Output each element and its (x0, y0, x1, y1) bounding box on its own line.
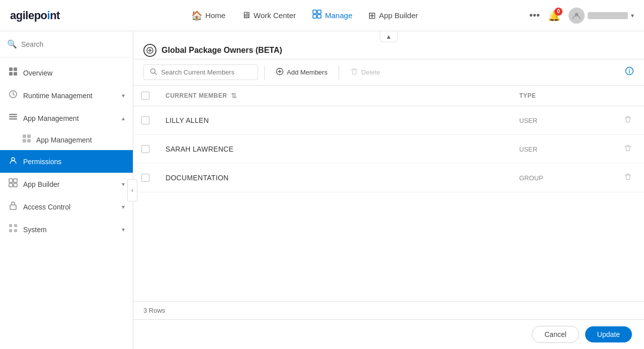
sidebar-item-system-label: System (23, 226, 117, 234)
sort-icon[interactable]: ⇅ (231, 92, 237, 100)
member-name-cell: LILLY ALLEN (157, 106, 511, 135)
runtime-icon (8, 89, 18, 102)
sidebar-nav: Overview Runtime Management ▾ (0, 57, 133, 245)
delete-row-button[interactable] (620, 171, 636, 185)
nav-item-manage[interactable]: Manage (305, 5, 359, 26)
delete-icon (350, 67, 358, 78)
sidebar-item-permissions-label: Permissions (23, 158, 125, 166)
add-members-button[interactable]: Add Members (271, 64, 333, 81)
overview-icon (8, 66, 18, 79)
monitor-icon: 🖥 (242, 10, 251, 21)
sidebar-collapse-button[interactable]: ‹ (127, 179, 137, 201)
nav-item-home-label: Home (205, 11, 225, 20)
app-management-sub-icon (22, 134, 31, 146)
sidebar-subitem-app-management[interactable]: App Management (0, 129, 133, 150)
info-button[interactable] (625, 66, 634, 78)
row-checkbox-cell (133, 106, 157, 135)
svg-rect-37 (626, 145, 629, 146)
row-checkbox[interactable] (141, 145, 149, 153)
sidebar-item-overview[interactable]: Overview (0, 61, 133, 84)
user-avatar[interactable]: ▾ (569, 8, 634, 24)
svg-rect-13 (23, 134, 26, 138)
nav-item-app-builder[interactable]: ⊞ App Builder (361, 6, 425, 25)
svg-rect-5 (9, 67, 13, 71)
sidebar: 🔍 Overview (0, 31, 133, 349)
chevron-down-icon: ▾ (122, 181, 125, 188)
permissions-icon (8, 155, 18, 168)
nav-item-home[interactable]: 🏠 Home (184, 6, 232, 25)
more-options-icon[interactable]: ••• (529, 10, 540, 21)
member-name-cell: SARAH LAWRENCE (157, 135, 511, 164)
action-cell (612, 164, 644, 192)
select-all-checkbox[interactable] (141, 92, 149, 100)
toolbar-divider-1 (264, 65, 265, 80)
svg-rect-36 (625, 146, 631, 147)
top-navigation: agilepoint 🏠 Home 🖥 Work Center Manage ⊞ (0, 0, 644, 31)
nav-item-manage-label: Manage (325, 11, 352, 20)
sidebar-item-app-builder-label: App Builder (23, 180, 117, 188)
sidebar-item-app-management-label: App Management (23, 114, 117, 122)
logo[interactable]: agilepoint (10, 9, 60, 22)
package-header-icon (143, 44, 156, 57)
package-title: Global Package Owners (BETA) (162, 46, 282, 55)
home-icon: 🏠 (191, 10, 202, 21)
member-name-cell: DOCUMENTATION (157, 164, 511, 192)
chevron-down-icon: ▾ (631, 12, 634, 19)
svg-rect-18 (9, 179, 13, 182)
svg-rect-21 (14, 183, 17, 187)
svg-rect-31 (353, 68, 356, 69)
th-current-member: CURRENT MEMBER ⇅ (157, 86, 511, 106)
collapse-toggle-button[interactable]: ▲ (380, 31, 398, 42)
sidebar-item-system[interactable]: System ▾ (0, 218, 133, 241)
action-footer: Cancel Update (133, 319, 644, 349)
sidebar-item-access-control-label: Access Control (23, 203, 117, 211)
svg-rect-25 (9, 229, 12, 232)
svg-rect-26 (14, 229, 17, 232)
search-input[interactable] (21, 40, 126, 48)
svg-rect-39 (626, 174, 629, 174)
sidebar-item-app-management[interactable]: App Management ▴ (0, 107, 133, 129)
update-button[interactable]: Update (585, 326, 632, 342)
lock-icon (8, 200, 18, 213)
svg-rect-0 (313, 10, 316, 14)
nav-menu: 🏠 Home 🖥 Work Center Manage ⊞ App Builde… (80, 5, 529, 26)
svg-rect-19 (14, 179, 17, 182)
table-header-row: CURRENT MEMBER ⇅ TYPE (133, 86, 644, 106)
cancel-button[interactable]: Cancel (532, 326, 579, 343)
action-cell (612, 106, 644, 135)
svg-point-33 (629, 69, 630, 70)
toolbar-divider-2 (339, 65, 339, 80)
sidebar-item-app-builder[interactable]: App Builder ▾ (0, 173, 133, 195)
svg-rect-15 (23, 139, 26, 143)
th-checkbox (133, 86, 157, 106)
toolbar-search-icon (150, 68, 157, 77)
sidebar-item-overview-label: Overview (23, 69, 125, 77)
delete-row-button[interactable] (620, 113, 636, 127)
delete-label: Delete (361, 68, 380, 76)
svg-rect-23 (9, 224, 12, 227)
nav-item-app-builder-label: App Builder (379, 11, 418, 20)
svg-rect-7 (9, 72, 13, 76)
row-checkbox-cell (133, 135, 157, 164)
notifications-button[interactable]: 🔔 0 (548, 10, 560, 22)
delete-button[interactable]: Delete (345, 64, 385, 81)
chevron-down-icon: ▾ (122, 203, 125, 211)
row-checkbox[interactable] (141, 174, 149, 182)
svg-rect-8 (14, 72, 17, 76)
delete-row-button[interactable] (620, 142, 636, 156)
content-area: ▲ Global Package Owners (BETA) (133, 31, 644, 349)
svg-rect-10 (9, 114, 17, 115)
nav-item-work-center[interactable]: 🖥 Work Center (234, 6, 303, 25)
sidebar-item-access-control[interactable]: Access Control ▾ (0, 195, 133, 218)
search-current-members-input[interactable] (161, 68, 252, 76)
type-cell: GROUP (511, 164, 612, 192)
sidebar-item-runtime-management[interactable]: Runtime Management ▾ (0, 84, 133, 107)
svg-rect-6 (14, 67, 17, 71)
add-members-icon (276, 67, 284, 78)
svg-rect-3 (317, 15, 321, 18)
row-checkbox[interactable] (141, 116, 149, 124)
svg-rect-35 (626, 116, 629, 117)
type-cell: USER (511, 106, 612, 135)
sidebar-subitem-app-management-label: App Management (36, 136, 92, 144)
sidebar-subitem-permissions[interactable]: Permissions (0, 150, 133, 173)
